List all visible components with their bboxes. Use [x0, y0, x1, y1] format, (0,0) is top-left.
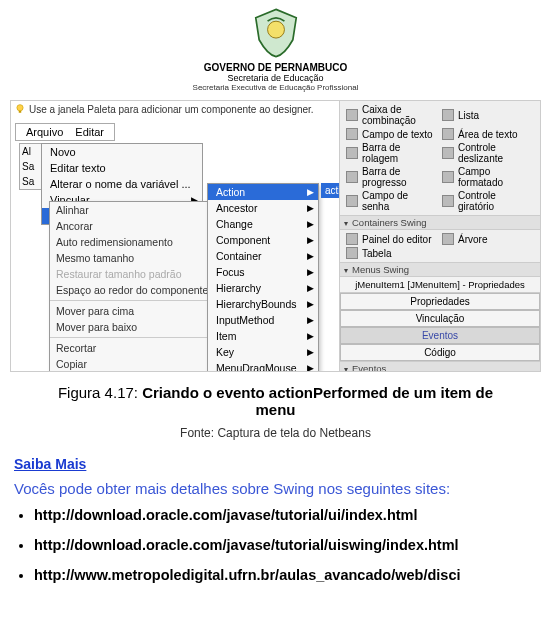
event-item[interactable]: Item▶: [208, 328, 318, 344]
palette-item[interactable]: Campo formatado: [440, 165, 536, 189]
event-hierarchybounds[interactable]: HierarchyBounds▶: [208, 296, 318, 312]
designer-tip-bar: Use a janela Paleta para adicionar um co…: [11, 101, 370, 117]
properties-tabs: Propriedades Vinculação Eventos Código: [340, 293, 540, 361]
component-icon: [346, 247, 358, 259]
palette-swing-controls: Caixa de combinaçãoLista Campo de textoÁ…: [340, 101, 540, 215]
chevron-right-icon: ▶: [307, 331, 314, 341]
palette-item[interactable]: Campo de senha: [344, 189, 440, 213]
palette-item[interactable]: Área de texto: [440, 127, 536, 141]
component-icon: [346, 109, 358, 121]
netbeans-screenshot: Use a janela Paleta para adicionar um co…: [10, 100, 541, 372]
lead-text: Vocês pode obter mais detalhes sobre Swi…: [14, 480, 537, 497]
palette-item[interactable]: Barra de rolagem: [344, 141, 440, 165]
context-menu-2: Alinhar▶ Ancorar▶ Auto redimensionamento…: [49, 201, 221, 372]
ctx-copiar[interactable]: Copiar: [50, 356, 220, 372]
document-header: GOVERNO DE PERNAMBUCO Secretaria de Educ…: [0, 0, 551, 96]
ctx-ancorar[interactable]: Ancorar▶: [50, 218, 220, 234]
link-item[interactable]: http://download.oracle.com/javase/tutori…: [34, 537, 537, 553]
ctx-mover-cima[interactable]: Mover para cima: [50, 303, 220, 319]
ctx-mesmo-tamanho[interactable]: Mesmo tamanho▶: [50, 250, 220, 266]
chevron-right-icon: ▶: [307, 283, 314, 293]
palette-item[interactable]: Tabela: [344, 246, 440, 260]
figure-title-b: menu: [255, 401, 295, 418]
menu-item-alterar-nome[interactable]: Alterar o nome da variável ...: [42, 176, 202, 192]
event-menudragmouse[interactable]: MenuDragMouse▶: [208, 360, 318, 372]
event-hierarchy[interactable]: Hierarchy▶: [208, 280, 318, 296]
palette-item[interactable]: Caixa de combinação: [344, 103, 440, 127]
ctx-espaco-componente[interactable]: Espaço ao redor do componente...: [50, 282, 220, 298]
link-item[interactable]: http://www.metropoledigital.ufrn.br/aula…: [34, 567, 537, 583]
component-icon: [346, 195, 358, 207]
component-icon: [346, 233, 358, 245]
ctx-auto-redim[interactable]: Auto redimensionamento▶: [50, 234, 220, 250]
ctx-alinhar[interactable]: Alinhar▶: [50, 202, 220, 218]
component-icon: [442, 233, 454, 245]
header-line3: Secretaria Executiva de Educação Profiss…: [193, 83, 359, 92]
figure-caption: Figura 4.17: Criando o evento actionPerf…: [0, 380, 551, 418]
section-eventos[interactable]: Eventos: [340, 361, 540, 372]
properties-title: jMenuItem1 [JMenuItem] - Propriedades: [340, 277, 540, 293]
events-submenu: Action▶ Ancestor▶ Change▶ Component▶ Con…: [207, 183, 319, 372]
event-action[interactable]: Action▶: [208, 184, 318, 200]
chevron-right-icon: ▶: [307, 219, 314, 229]
palette-item[interactable]: Painel do editor: [344, 232, 440, 246]
event-component[interactable]: Component▶: [208, 232, 318, 248]
event-inputmethod[interactable]: InputMethod▶: [208, 312, 318, 328]
component-icon: [442, 147, 454, 159]
menu-item-editar-texto[interactable]: Editar texto: [42, 160, 202, 176]
event-container[interactable]: Container▶: [208, 248, 318, 264]
chevron-right-icon: ▶: [307, 363, 314, 372]
component-icon: [346, 171, 358, 183]
component-icon: [442, 171, 454, 183]
tab-propriedades[interactable]: Propriedades: [340, 293, 540, 310]
figure-title-a: Criando o evento actionPerformed de um i…: [142, 384, 493, 401]
event-ancestor[interactable]: Ancestor▶: [208, 200, 318, 216]
event-focus[interactable]: Focus▶: [208, 264, 318, 280]
palette-item[interactable]: Árvore: [440, 232, 536, 246]
section-menus-swing[interactable]: Menus Swing: [340, 262, 540, 277]
component-icon: [442, 195, 454, 207]
tab-codigo[interactable]: Código: [340, 344, 540, 361]
component-icon: [346, 128, 358, 140]
ctx-mover-baixo[interactable]: Mover para baixo: [50, 319, 220, 335]
menu-arquivo[interactable]: Arquivo: [26, 126, 63, 138]
component-icon: [442, 128, 454, 140]
figure-source: Fonte: Captura de tela do Netbeans: [0, 426, 551, 440]
side-letters: Al Sa Sa: [19, 143, 43, 190]
palette-item[interactable]: Barra de progresso: [344, 165, 440, 189]
chevron-right-icon: ▶: [307, 347, 314, 357]
saiba-mais-heading: Saiba Mais: [14, 456, 537, 472]
properties-panel: Caixa de combinaçãoLista Campo de textoÁ…: [339, 101, 540, 371]
ctx-restaurar-tamanho: Restaurar tamanho padrão: [50, 266, 220, 282]
chevron-right-icon: ▶: [307, 315, 314, 325]
figure-number: Figura 4.17:: [58, 384, 142, 401]
event-change[interactable]: Change▶: [208, 216, 318, 232]
chevron-right-icon: ▶: [307, 203, 314, 213]
svg-point-1: [17, 105, 23, 111]
component-icon: [346, 147, 358, 159]
chevron-right-icon: ▶: [307, 251, 314, 261]
link-item[interactable]: http://download.oracle.com/javase/tutori…: [34, 507, 537, 523]
event-key[interactable]: Key▶: [208, 344, 318, 360]
palette-item[interactable]: Campo de texto: [344, 127, 440, 141]
links-list: http://download.oracle.com/javase/tutori…: [34, 507, 537, 583]
component-icon: [442, 109, 454, 121]
svg-rect-2: [19, 111, 22, 113]
tab-eventos[interactable]: Eventos: [340, 327, 540, 344]
tab-vinculacao[interactable]: Vinculação: [340, 310, 540, 327]
header-line1: GOVERNO DE PERNAMBUCO: [204, 62, 347, 73]
palette-item[interactable]: Controle deslizante: [440, 141, 536, 165]
header-line2: Secretaria de Educação: [227, 73, 323, 83]
chevron-right-icon: ▶: [307, 187, 314, 197]
palette-item[interactable]: Lista: [440, 103, 536, 127]
tip-text: Use a janela Paleta para adicionar um co…: [29, 104, 314, 115]
window-menubar: Arquivo Editar: [15, 123, 115, 141]
palette-item[interactable]: Controle giratório: [440, 189, 536, 213]
chevron-right-icon: ▶: [307, 299, 314, 309]
lightbulb-icon: [15, 104, 25, 114]
menu-editar[interactable]: Editar: [75, 126, 104, 138]
section-containers-swing[interactable]: Containers Swing: [340, 215, 540, 230]
ctx-recortar[interactable]: Recortar: [50, 340, 220, 356]
svg-point-0: [267, 21, 284, 38]
menu-item-novo[interactable]: Novo: [42, 144, 202, 160]
